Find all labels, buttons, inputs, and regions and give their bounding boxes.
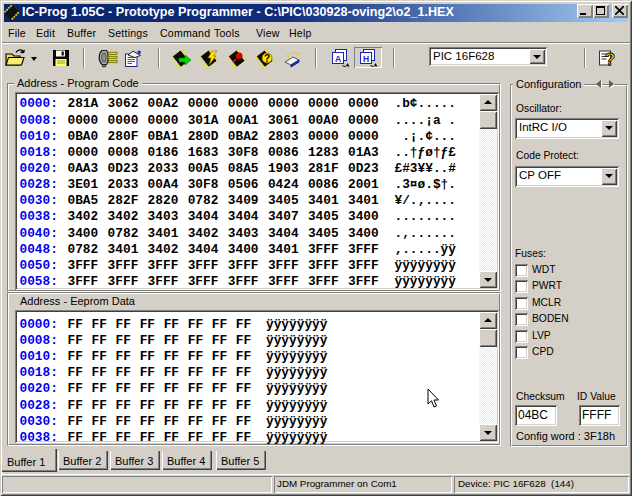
svg-text:?: ?	[264, 53, 270, 64]
svg-text:?: ?	[605, 50, 615, 66]
svg-text:A: A	[335, 54, 341, 64]
svg-text:H: H	[363, 54, 369, 64]
